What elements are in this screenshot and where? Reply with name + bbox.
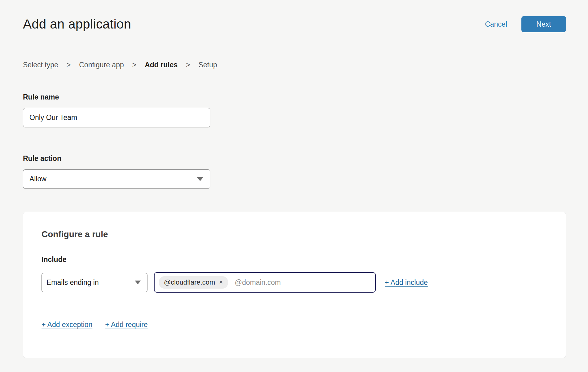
breadcrumb-step-configure-app[interactable]: Configure app	[79, 61, 124, 69]
email-domain-tag: @cloudflare.com ✕	[159, 276, 228, 289]
rule-name-input[interactable]	[23, 108, 210, 127]
rule-name-label: Rule name	[23, 93, 566, 101]
add-application-page: Add an application Cancel Next Select ty…	[0, 0, 588, 370]
breadcrumb: Select type > Configure app > Add rules …	[23, 61, 566, 69]
breadcrumb-step-add-rules[interactable]: Add rules	[145, 61, 178, 69]
header-actions: Cancel Next	[485, 16, 566, 32]
breadcrumb-separator: >	[186, 61, 190, 69]
rule-action-select[interactable]: Allow	[23, 169, 210, 189]
include-selector-select[interactable]: Emails ending in	[42, 273, 147, 292]
email-domain-tag-label: @cloudflare.com	[164, 278, 215, 286]
breadcrumb-separator: >	[132, 61, 136, 69]
remove-tag-icon[interactable]: ✕	[219, 280, 223, 285]
rule-extra-links-row: + Add exception + Add require	[42, 321, 547, 329]
email-domains-input-container[interactable]: @cloudflare.com ✕	[154, 272, 376, 293]
add-include-link[interactable]: + Add include	[385, 278, 428, 287]
breadcrumb-separator: >	[67, 61, 71, 69]
include-rule-row: Emails ending in @cloudflare.com ✕ + Add…	[42, 272, 547, 293]
cancel-button[interactable]: Cancel	[485, 20, 507, 29]
next-button[interactable]: Next	[521, 16, 566, 32]
page-header: Add an application Cancel Next	[23, 16, 566, 32]
chevron-down-icon	[135, 281, 141, 284]
add-exception-link[interactable]: + Add exception	[42, 321, 92, 329]
chevron-down-icon	[197, 177, 203, 181]
page-title: Add an application	[23, 17, 131, 32]
include-selector-value: Emails ending in	[46, 278, 99, 287]
breadcrumb-step-select-type[interactable]: Select type	[23, 61, 58, 69]
configure-rule-title: Configure a rule	[42, 229, 547, 239]
rule-action-field-group: Rule action Allow	[23, 154, 566, 189]
rule-action-selected-value: Allow	[29, 175, 46, 183]
include-label: Include	[42, 255, 547, 264]
add-require-link[interactable]: + Add require	[105, 321, 147, 329]
rule-name-field-group: Rule name	[23, 93, 566, 127]
configure-rule-card: Configure a rule Include Emails ending i…	[23, 212, 566, 358]
email-domain-input[interactable]	[235, 278, 371, 287]
rule-action-label: Rule action	[23, 154, 566, 163]
breadcrumb-step-setup[interactable]: Setup	[199, 61, 217, 69]
